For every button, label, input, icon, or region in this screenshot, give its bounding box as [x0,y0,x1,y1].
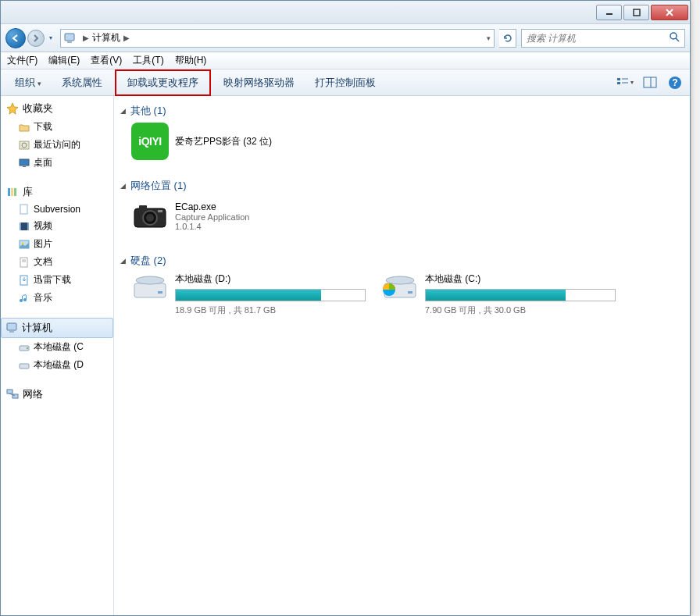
view-options-button[interactable]: ▾ [616,74,634,91]
app-item-iqiyi[interactable]: iQIYI 爱奇艺PPS影音 (32 位) [131,123,366,160]
toolbar-left: 组织 系统属性 卸载或更改程序 映射网络驱动器 打开控制面板 [7,69,616,96]
search-input[interactable] [527,33,669,44]
svg-rect-26 [27,223,29,230]
sidebar-item-pictures[interactable]: 图片 [1,235,113,253]
sidebar-libraries: 库 Subversion 视频 图片 文档 [1,183,113,307]
sidebar-item-subversion[interactable]: Subversion [1,201,113,217]
drive-item[interactable]: 本地磁盘 (C:)7.90 GB 可用 , 共 30.0 GB [381,272,616,316]
folder-icon [18,123,30,132]
collapse-icon: ◢ [120,107,126,115]
drive-usage-bar [175,289,366,301]
drive-icon [18,361,30,369]
help-button[interactable]: ? [666,74,684,91]
section-other-label: 其他 (1) [130,104,166,118]
app-title: 爱奇艺PPS影音 (32 位) [175,135,272,148]
iqiyi-icon: iQIYI [131,123,169,160]
breadcrumb-location[interactable]: 计算机 [92,31,120,45]
svg-rect-20 [8,188,10,196]
uninstall-programs-button[interactable]: 卸载或更改程序 [115,69,211,96]
document-icon [18,204,30,215]
svg-rect-1 [634,9,640,16]
drive-title: 本地磁盘 (D:) [175,272,366,286]
sidebar-libraries-header[interactable]: 库 [1,183,113,201]
address-bar[interactable]: ▶ 计算机 ▶ ▾ [60,29,495,48]
map-network-drive-button[interactable]: 映射网络驱动器 [216,73,302,93]
preview-pane-button[interactable] [641,74,659,91]
toolbar: 组织 系统属性 卸载或更改程序 映射网络驱动器 打开控制面板 ▾ ? [1,69,690,96]
search-icon[interactable] [669,31,680,45]
star-icon [5,102,20,115]
sidebar-computer-header[interactable]: 计算机 [1,318,113,338]
music-icon [18,293,30,304]
sidebar-item-xunlei[interactable]: 迅雷下载 [1,271,113,289]
section-netloc-header[interactable]: ◢ 网络位置 (1) [117,177,687,198]
organize-button[interactable]: 组织 [7,73,49,93]
svg-point-6 [670,33,677,39]
system-properties-button[interactable]: 系统属性 [54,73,110,93]
sidebar-item-desktop[interactable]: 桌面 [1,154,113,172]
close-button[interactable] [651,5,688,20]
sidebar-network-header[interactable]: 网络 [1,385,113,404]
drive-usage-text: 7.90 GB 可用 , 共 30.0 GB [425,304,616,316]
library-icon [5,186,20,198]
sidebar-network: 网络 [1,385,113,404]
sidebar-item-music[interactable]: 音乐 [1,289,113,307]
sidebar-item-label: 音乐 [34,291,52,304]
sidebar-item-drive-c[interactable]: 本地磁盘 (C [1,338,113,356]
computer-icon [64,32,77,45]
addr-dropdown-icon[interactable]: ▾ [487,34,491,42]
svg-rect-51 [408,291,412,294]
section-netloc-label: 网络位置 (1) [130,179,187,193]
document-icon [18,257,30,268]
sidebar-item-label: 桌面 [34,156,52,169]
history-dropdown[interactable]: ▾ [46,28,55,48]
forward-button[interactable] [27,30,45,47]
recent-icon [18,141,30,150]
svg-rect-8 [617,78,620,80]
collapse-icon: ◢ [120,182,126,190]
menu-bar: 文件(F) 编辑(E) 查看(V) 工具(T) 帮助(H) [1,52,690,69]
svg-rect-45 [158,210,162,212]
section-drives-header[interactable]: ◢ 硬盘 (2) [117,252,687,272]
open-control-panel-button[interactable]: 打开控制面板 [307,73,384,93]
menu-help[interactable]: 帮助(H) [175,54,207,67]
menu-view[interactable]: 查看(V) [91,54,122,67]
minimize-button[interactable] [596,5,622,20]
menu-tools[interactable]: 工具(T) [133,54,163,67]
svg-rect-44 [139,205,147,209]
search-box[interactable] [521,29,685,48]
computer-icon [6,322,19,333]
sidebar-item-recent[interactable]: 最近访问的 [1,136,113,154]
sidebar-item-downloads[interactable]: 下载 [1,118,113,136]
netloc-item-ecap[interactable]: ECap.exe Capture Application 1.0.1.4 [131,198,366,235]
back-button[interactable] [5,28,26,48]
svg-rect-9 [617,82,620,84]
sidebar-favorites-label: 收藏夹 [23,101,53,116]
sidebar-item-documents[interactable]: 文档 [1,253,113,271]
section-other: ◢ 其他 (1) iQIYI 爱奇艺PPS影音 (32 位) [117,102,687,165]
sidebar-favorites: 收藏夹 下载 最近访问的 桌面 [1,99,113,172]
sidebar-item-drive-d[interactable]: 本地磁盘 (D [1,356,113,374]
section-other-header[interactable]: ◢ 其他 (1) [117,102,687,123]
svg-rect-18 [20,159,29,166]
sidebar-item-label: 视频 [34,219,52,233]
svg-rect-48 [158,291,162,294]
refresh-button[interactable] [499,29,516,48]
svg-point-36 [27,347,28,349]
breadcrumb-sep: ▶ [83,34,89,42]
menu-file[interactable]: 文件(F) [7,54,38,67]
sidebar-favorites-header[interactable]: 收藏夹 [1,99,113,118]
svg-rect-22 [14,188,16,196]
svg-rect-33 [7,323,16,330]
collapse-icon: ◢ [120,257,126,265]
sidebar-item-videos[interactable]: 视频 [1,217,113,235]
sidebar-item-label: 本地磁盘 (C [34,340,84,354]
drive-icon [131,272,169,304]
drive-item[interactable]: 本地磁盘 (D:)18.9 GB 可用 , 共 81.7 GB [131,272,366,316]
maximize-button[interactable] [623,5,649,20]
menu-edit[interactable]: 编辑(E) [48,54,80,67]
sidebar: 收藏夹 下载 最近访问的 桌面 库 [1,96,114,615]
svg-point-43 [146,214,154,222]
svg-rect-37 [20,364,29,369]
video-icon [18,222,30,231]
